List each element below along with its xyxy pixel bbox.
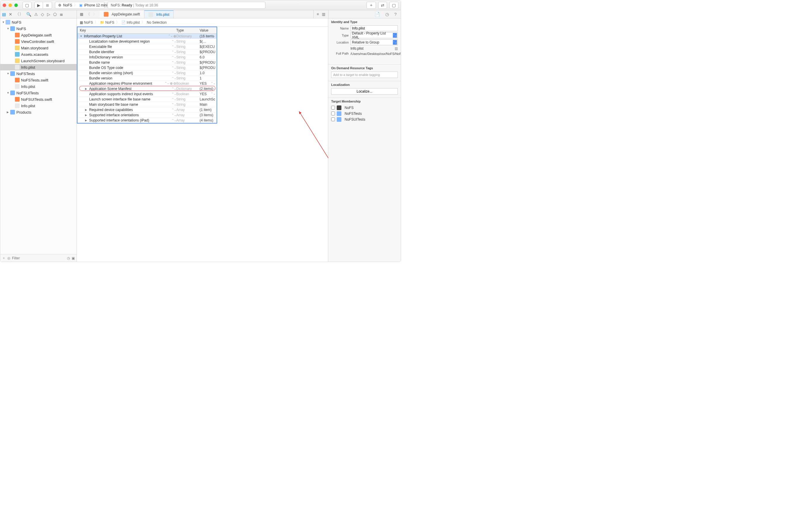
code-review-button[interactable]: ⇄ — [378, 2, 387, 9]
debug-navigator-icon[interactable]: ▷ — [47, 12, 50, 17]
key-stepper-icon[interactable]: ⌃⌄ — [172, 61, 176, 64]
disclosure-triangle-icon[interactable] — [11, 85, 14, 88]
disclosure-triangle-icon[interactable] — [11, 53, 14, 56]
key-stepper-icon[interactable]: ⌃⌄ — [172, 119, 176, 122]
type-select[interactable]: Default - Property List XML ⌃⌄ — [350, 32, 398, 38]
plist-row[interactable]: Application supports indirect input even… — [78, 92, 217, 97]
navigator-filter-input[interactable] — [12, 256, 65, 260]
disclosure-triangle-icon[interactable] — [7, 92, 10, 94]
key-stepper-icon[interactable]: ⌃⌄ — [172, 92, 176, 96]
name-input[interactable] — [350, 26, 398, 31]
disclosure-triangle-icon[interactable] — [7, 72, 10, 75]
tree-item[interactable]: NoFSTests — [0, 70, 77, 77]
stop-button[interactable]: ⏹ — [43, 2, 52, 9]
plist-row[interactable]: Bundle version string (short) ⌃⌄ String … — [78, 70, 217, 76]
find-navigator-icon[interactable]: 🔍 — [26, 12, 31, 17]
plist-row[interactable]: Launch screen interface file base name ⌃… — [78, 97, 217, 102]
tree-item[interactable]: Main.storyboard — [0, 45, 77, 51]
value-stepper-icon[interactable]: ⌃⌄ — [211, 92, 216, 95]
key-stepper-icon[interactable]: ⌃⌄ — [172, 66, 176, 69]
tree-item[interactable]: ViewController.swift — [0, 38, 77, 45]
tree-item[interactable]: NoFS — [0, 26, 77, 32]
key-stepper-icon[interactable]: ⌃⌄ — [172, 98, 176, 101]
test-navigator-icon[interactable]: ◇ — [41, 12, 44, 17]
plist-editor[interactable]: Key Type Value ▼ Information Property Li… — [77, 27, 217, 124]
recent-filter-icon[interactable]: ◷ — [67, 256, 70, 260]
disclosure-triangle-icon[interactable]: ▶ — [85, 114, 88, 117]
tree-item[interactable]: AppDelegate.swift — [0, 32, 77, 38]
disclosure-triangle-icon[interactable] — [11, 79, 14, 81]
key-stepper-icon[interactable]: ⌃⌄ — [172, 40, 176, 43]
tags-field[interactable]: Add to a target to enable tagging — [331, 71, 398, 78]
tree-item[interactable]: Info.plist — [0, 102, 77, 109]
run-button[interactable]: ▶ — [34, 2, 43, 9]
target-membership-row[interactable]: NoFSUITests — [331, 117, 398, 122]
breakpoint-navigator-icon[interactable]: ⬠ — [53, 12, 57, 17]
plist-row[interactable]: ▼ Information Property List ⌃⌄⊕ Dictiona… — [78, 34, 217, 39]
library-button[interactable]: ＋ — [367, 2, 376, 9]
key-stepper-icon[interactable]: ⌃⌄ — [164, 81, 169, 86]
plist-row[interactable]: Bundle name ⌃⌄ String $(PRODU — [78, 60, 217, 65]
choose-folder-icon[interactable]: ▥ — [395, 46, 398, 51]
disclosure-triangle-icon[interactable] — [2, 21, 5, 24]
history-inspector-icon[interactable]: ◷ — [385, 12, 389, 17]
close-window-button[interactable] — [3, 3, 6, 7]
disclosure-triangle-icon[interactable]: ▶ — [85, 108, 88, 111]
disclosure-triangle-icon[interactable] — [7, 111, 10, 114]
editor-options-icon[interactable]: ≡ — [317, 12, 319, 16]
project-navigator-icon[interactable]: ▤ — [2, 12, 6, 17]
plist-row[interactable]: ▶ Required device capabilities ⌃⌄ Array … — [78, 107, 217, 112]
plist-row[interactable]: Localization native development region ⌃… — [78, 39, 217, 44]
target-checkbox[interactable] — [331, 112, 335, 115]
toggle-navigator-button[interactable]: ▢ — [22, 2, 32, 9]
column-key[interactable]: Key — [80, 28, 176, 32]
symbol-navigator-icon[interactable]: 〈〉 — [15, 12, 23, 17]
key-stepper-icon[interactable]: ⌃⌄ — [172, 108, 176, 111]
column-value[interactable]: Value — [200, 28, 217, 32]
plist-row[interactable]: Bundle version ⌃⌄ String 1 — [78, 76, 217, 81]
filter-scope-icon[interactable]: ◎ — [7, 256, 10, 260]
plist-row[interactable]: ▶ Supported interface orientations ⌃⌄ Ar… — [78, 112, 217, 118]
tree-item[interactable]: LaunchScreen.storyboard — [0, 58, 77, 64]
plist-row[interactable]: Bundle OS Type code ⌃⌄ String $(PRODU — [78, 65, 217, 70]
plist-row[interactable]: ▶ Supported interface orientations (iPad… — [78, 118, 217, 123]
key-stepper-icon[interactable]: ⌃⌄ — [172, 71, 176, 75]
editor-tab[interactable]: Info.plist — [144, 10, 174, 18]
disclosure-triangle-icon[interactable] — [11, 104, 14, 107]
tree-item[interactable]: Info.plist — [0, 64, 77, 70]
jumpbar-crumb[interactable]: 📄 Info.plist — [121, 20, 140, 24]
disclosure-triangle-icon[interactable] — [7, 27, 10, 30]
tree-item[interactable]: NoFSUITests — [0, 90, 77, 96]
plist-row[interactable]: Application requires iPhone environment … — [78, 81, 217, 86]
key-stepper-icon[interactable]: ⌃⌄ — [172, 55, 176, 59]
tree-item[interactable]: Assets.xcassets — [0, 51, 77, 58]
jumpbar-crumb[interactable]: 📁 NoFS — [100, 20, 114, 24]
key-stepper-icon[interactable]: ⌃⌄ — [172, 77, 176, 80]
help-inspector-icon[interactable]: ? — [394, 12, 397, 17]
value-stepper-icon[interactable]: ⌃⌄ — [211, 81, 216, 85]
source-control-navigator-icon[interactable]: ✕ — [9, 12, 12, 17]
scheme-selector[interactable]: ⚙︎ NoFS 〉 ▣ iPhone 12 mini — [55, 2, 105, 9]
disclosure-triangle-icon[interactable] — [11, 98, 14, 101]
target-membership-row[interactable]: NoFSTests — [331, 111, 398, 117]
target-checkbox[interactable] — [331, 117, 335, 121]
disclosure-triangle-icon[interactable]: ▼ — [80, 35, 83, 38]
issue-navigator-icon[interactable]: ⚠ — [34, 12, 38, 17]
tree-item[interactable]: Products — [0, 109, 77, 115]
disclosure-triangle-icon[interactable] — [11, 66, 14, 69]
related-items-icon[interactable]: ▦ — [80, 12, 83, 16]
tree-item[interactable]: Info.plist — [0, 83, 77, 90]
key-stepper-icon[interactable]: ⌃⌄ — [172, 113, 176, 117]
tree-item[interactable]: NoFSUITests.swift — [0, 96, 77, 102]
disclosure-triangle-icon[interactable]: ▶ — [85, 119, 88, 122]
nav-forward-icon[interactable]: 〉 — [93, 12, 97, 17]
minimize-window-button[interactable] — [9, 3, 12, 7]
project-tree[interactable]: NoFS NoFS AppDelegate.swift ViewControll… — [0, 18, 77, 254]
disclosure-triangle-icon[interactable] — [11, 46, 14, 49]
plist-row[interactable]: InfoDictionary version ⌃⌄ String 6.0 — [78, 55, 217, 60]
plist-row[interactable]: Executable file ⌃⌄ String $(EXECU — [78, 44, 217, 49]
key-stepper-icon[interactable]: ⌃⌄ — [172, 45, 176, 48]
location-select[interactable]: Relative to Group ⌃⌄ — [350, 39, 398, 45]
add-row-icon[interactable]: ⊕ — [173, 34, 176, 38]
disclosure-triangle-icon[interactable] — [11, 59, 14, 62]
